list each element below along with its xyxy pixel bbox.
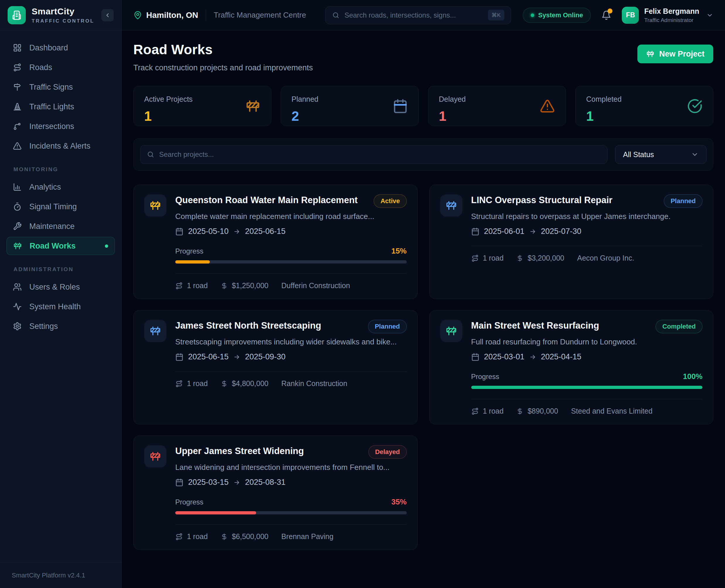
topbar-subtitle: Traffic Management Centre: [214, 10, 306, 20]
start-date: 2025-05-10: [188, 227, 229, 236]
card-divider: [471, 399, 703, 399]
progress-track: [175, 511, 407, 514]
chevron-left-icon: [104, 12, 111, 19]
card-divider: [175, 371, 407, 372]
page-subtitle: Track construction projects and road imp…: [133, 63, 313, 72]
project-title: Queenston Road Water Main Replacement: [175, 194, 368, 206]
project-head-main: Main Street West Resurfacing Completed F…: [471, 320, 703, 346]
sidebar-item-users-roles[interactable]: Users & Roles: [6, 278, 115, 296]
project-card-body: 2025-05-10 2025-06-15 Progress 15%: [175, 227, 407, 290]
sidebar-item-maintenance[interactable]: Maintenance: [6, 217, 115, 235]
project-card[interactable]: Queenston Road Water Main Replacement Ac…: [133, 185, 418, 299]
project-search-input[interactable]: [159, 150, 601, 159]
user-menu[interactable]: FB Felix Bergmann Traffic Administrator: [622, 7, 713, 24]
projects-grid: Queenston Road Water Main Replacement Ac…: [133, 185, 713, 550]
project-dates: 2025-06-15 2025-09-30: [175, 352, 407, 361]
status-badge: Active: [374, 194, 406, 208]
roads-count: 1 road: [187, 281, 208, 290]
status-filter-value: All Status: [623, 150, 654, 159]
app-window: SmartCity TRAFFIC CONTROL Dashboard Road…: [0, 0, 725, 588]
start-date: 2025-06-15: [188, 352, 229, 361]
filter-bar: All Status: [133, 138, 713, 171]
calendar-icon: [175, 228, 184, 236]
status-filter-select[interactable]: All Status: [615, 145, 706, 164]
project-card[interactable]: LINC Overpass Structural Repair Planned …: [429, 185, 713, 299]
project-title: LINC Overpass Structural Repair: [471, 194, 658, 206]
sidebar-section-administration: ADMINISTRATION: [14, 266, 115, 273]
project-meta: 1 road $6,500,000 Brennan Paving: [175, 532, 407, 541]
page-header: Road Works Track construction projects a…: [133, 42, 713, 72]
stat-card-planned: Planned 2: [281, 86, 419, 126]
project-budget: $890,000: [528, 407, 558, 415]
project-card-body: 2025-06-01 2025-07-30 1 road $3,200,000 …: [471, 227, 703, 262]
sidebar-item-label: Users & Roles: [29, 282, 80, 292]
project-card[interactable]: Main Street West Resurfacing Completed F…: [429, 310, 713, 424]
search-icon: [332, 12, 340, 19]
sidebar-header: SmartCity TRAFFIC CONTROL: [0, 0, 121, 30]
sidebar-item-settings[interactable]: Settings: [6, 317, 115, 335]
progress-block: Progress 15%: [175, 247, 407, 264]
end-date: 2025-04-15: [541, 352, 581, 361]
progress-fill: [175, 260, 210, 264]
project-search: [140, 145, 607, 164]
stat-card-completed: Completed 1: [575, 86, 713, 126]
sidebar-item-analytics[interactable]: Analytics: [6, 178, 115, 196]
new-project-label: New Project: [659, 49, 704, 59]
sidebar-item-system-health[interactable]: System Health: [6, 297, 115, 316]
construction-barrier-icon: [646, 50, 654, 58]
main-area: Hamilton, ON Traffic Management Centre ⌘…: [122, 0, 725, 588]
progress-label: Progress: [471, 373, 499, 381]
progress-percent: 100%: [683, 372, 703, 381]
new-project-button[interactable]: New Project: [637, 45, 713, 63]
calendar-icon: [393, 99, 408, 114]
sidebar-item-dashboard[interactable]: Dashboard: [6, 39, 115, 57]
project-title: Upper James Street Widening: [175, 445, 362, 456]
end-date: 2025-08-31: [245, 478, 285, 487]
route-icon: [471, 407, 479, 415]
user-role: Traffic Administrator: [644, 17, 699, 23]
status-dot: [531, 14, 534, 17]
page-content: Road Works Track construction projects a…: [122, 30, 725, 561]
calendar-icon: [175, 353, 184, 361]
sidebar-item-label: Traffic Lights: [29, 102, 74, 111]
sidebar-collapse-button[interactable]: [101, 9, 114, 21]
sidebar-item-signal-timing[interactable]: Signal Timing: [6, 197, 115, 216]
map-pin-icon: [133, 11, 142, 20]
global-search-input[interactable]: [344, 11, 483, 19]
sidebar-item-incidents-alerts[interactable]: Incidents & Alerts: [6, 137, 115, 155]
intersection-icon: [13, 122, 22, 131]
project-card[interactable]: James Street North Streetscaping Planned…: [133, 310, 418, 424]
progress-block: Progress 100%: [471, 372, 703, 389]
system-status-label: System Online: [538, 12, 583, 19]
notifications-button[interactable]: [601, 10, 611, 20]
card-divider: [175, 524, 407, 525]
status-badge: Completed: [656, 320, 702, 333]
arrow-right-icon: [233, 354, 240, 360]
sidebar-section-monitoring: MONITORING: [14, 166, 115, 173]
topbar: Hamilton, ON Traffic Management Centre ⌘…: [122, 0, 725, 30]
project-card[interactable]: Upper James Street Widening Delayed Lane…: [133, 436, 418, 550]
sidebar-item-road-works[interactable]: Road Works: [6, 237, 115, 255]
roads-count: 1 road: [187, 379, 208, 388]
arrow-right-icon: [233, 228, 240, 235]
sidebar-item-roads[interactable]: Roads: [6, 58, 115, 77]
topbar-right: System Online FB Felix Bergmann Traffic …: [511, 7, 713, 24]
sidebar-item-traffic-signs[interactable]: Traffic Signs: [6, 78, 115, 96]
route-icon: [175, 380, 183, 387]
stat-label: Completed: [586, 95, 622, 103]
user-name: Felix Bergmann: [644, 7, 699, 16]
project-card-header: Main Street West Resurfacing Completed F…: [440, 320, 703, 346]
sidebar-item-traffic-lights[interactable]: Traffic Lights: [6, 98, 115, 116]
construction-barrier-icon: [144, 445, 167, 467]
sidebar-item-intersections[interactable]: Intersections: [6, 117, 115, 135]
dollar-icon: [516, 255, 524, 262]
stat-label: Planned: [292, 95, 319, 103]
user-info: Felix Bergmann Traffic Administrator: [644, 7, 699, 23]
arrow-right-icon: [529, 354, 536, 360]
sidebar-item-label: Analytics: [29, 183, 61, 192]
construction-barrier-icon: [13, 241, 22, 250]
project-meta: 1 road $1,250,000 Dufferin Construction: [175, 281, 407, 290]
dollar-icon: [221, 380, 228, 387]
construction-barrier-icon: [245, 99, 260, 114]
construction-barrier-icon: [440, 194, 463, 217]
